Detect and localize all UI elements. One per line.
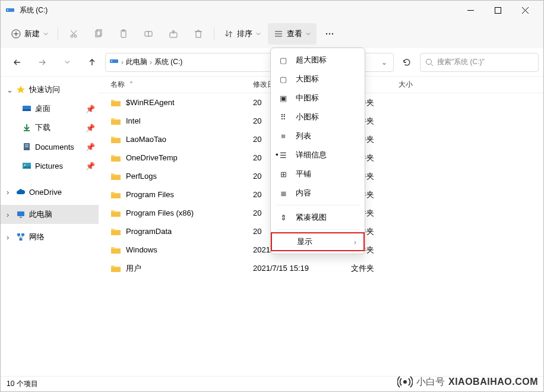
desktop-icon	[22, 104, 31, 113]
folder-icon	[110, 264, 121, 273]
window-title: 系统 (C:)	[20, 5, 457, 15]
grid-icon: ▢	[278, 56, 289, 65]
sidebar-downloads[interactable]: 下载 📌	[1, 118, 99, 137]
refresh-button[interactable]	[395, 53, 419, 72]
minimize-button[interactable]	[457, 1, 484, 19]
breadcrumb-drive[interactable]: 系统 (C:)	[154, 57, 182, 67]
sidebar-pictures[interactable]: Pictures 📌	[1, 156, 99, 175]
dropdown-compact[interactable]: ⇕紧凑视图	[271, 208, 365, 227]
sidebar-label: 下载	[35, 122, 50, 133]
pin-icon: 📌	[86, 124, 95, 132]
svg-point-30	[111, 61, 112, 62]
details-icon: ☰	[278, 151, 289, 160]
separator	[214, 27, 214, 40]
dropdown-content[interactable]: ≣内容	[271, 184, 365, 203]
download-icon	[22, 123, 31, 132]
folder-icon	[110, 154, 121, 162]
chevron-right-icon: ›	[7, 188, 12, 197]
cut-button[interactable]	[62, 23, 86, 45]
svg-rect-20	[196, 31, 201, 37]
list-icon: ≡	[278, 132, 289, 141]
view-dropdown: ▢超大图标 ▢大图标 ▣中图标 ⠿小图标 ≡列表 •☰详细信息 ⊞平铺 ≣内容 …	[270, 48, 365, 254]
toolbar: 新建 排序 查看	[1, 20, 543, 48]
dropdown-tiles[interactable]: ⊞平铺	[271, 165, 365, 184]
grid-icon: ▢	[278, 75, 289, 84]
sidebar-desktop[interactable]: 桌面 📌	[1, 99, 99, 118]
back-button[interactable]	[5, 52, 29, 73]
rename-button[interactable]	[137, 23, 160, 45]
sidebar-label: OneDrive	[29, 188, 62, 197]
dropdown-medium[interactable]: ▣中图标	[271, 88, 365, 108]
more-button[interactable]	[318, 23, 341, 45]
picture-icon	[22, 161, 31, 170]
compact-icon: ⇕	[278, 213, 289, 222]
folder-icon	[110, 172, 121, 181]
sort-asc-icon: ˄	[129, 81, 133, 89]
titlebar: 系统 (C:)	[1, 1, 543, 20]
tiles-icon: ⊞	[278, 170, 289, 179]
chevron-right-icon: ›	[150, 58, 152, 67]
sidebar-network[interactable]: › 网络	[1, 227, 99, 246]
new-button[interactable]: 新建	[5, 23, 54, 45]
svg-point-1	[7, 10, 8, 11]
svg-rect-41	[17, 211, 24, 216]
breadcrumb-thispc[interactable]: 此电脑	[126, 57, 147, 67]
sidebar-quick-access[interactable]: ⌄ 快速访问	[1, 80, 99, 99]
table-row[interactable]: 用户 2021/7/15 15:19 文件夹	[99, 259, 543, 277]
svg-rect-43	[17, 233, 20, 236]
document-icon	[22, 142, 31, 151]
col-size[interactable]: 大小	[398, 80, 434, 90]
sidebar-documents[interactable]: Documents 📌	[1, 137, 99, 156]
dropdown-show[interactable]: 显示›	[271, 232, 365, 251]
chevron-right-icon: ›	[7, 210, 12, 219]
close-button[interactable]	[511, 1, 539, 19]
dropdown-small[interactable]: ⠿小图标	[271, 108, 365, 127]
delete-button[interactable]	[186, 23, 210, 45]
star-icon	[16, 85, 26, 94]
sidebar-label: 此电脑	[29, 209, 52, 220]
sidebar-label: Documents	[35, 143, 74, 151]
pin-icon: 📌	[86, 143, 95, 151]
chevron-right-icon: ›	[7, 233, 12, 242]
svg-point-31	[426, 59, 432, 64]
svg-rect-44	[21, 233, 24, 236]
share-button[interactable]	[162, 23, 185, 45]
content-icon: ≣	[278, 189, 289, 198]
folder-icon	[110, 117, 121, 125]
dropdown-xl-large[interactable]: ▢超大图标	[271, 50, 365, 69]
folder-icon	[110, 227, 121, 236]
sidebar-onedrive[interactable]: › OneDrive	[1, 182, 99, 201]
search-input[interactable]: 搜索"系统 (C:)"	[420, 53, 539, 72]
svg-point-46	[403, 380, 407, 384]
new-label: 新建	[24, 29, 40, 39]
svg-rect-42	[20, 217, 22, 218]
paste-button[interactable]	[112, 23, 135, 45]
network-icon	[16, 232, 26, 242]
col-name[interactable]: 名称	[110, 80, 125, 90]
copy-button[interactable]	[87, 23, 110, 45]
sidebar-label: 桌面	[35, 103, 50, 114]
svg-rect-34	[23, 109, 31, 111]
monitor-icon	[16, 210, 26, 219]
chevron-down-icon[interactable]: ⌄	[381, 58, 390, 67]
view-button[interactable]: 查看	[268, 23, 317, 45]
folder-icon	[110, 246, 121, 254]
dropdown-large[interactable]: ▢大图标	[271, 69, 365, 88]
folder-icon	[110, 99, 121, 107]
svg-rect-3	[495, 7, 501, 13]
svg-point-26	[326, 33, 327, 34]
dropdown-details[interactable]: •☰详细信息	[271, 146, 365, 165]
recent-button[interactable]	[55, 52, 79, 73]
search-icon	[425, 58, 434, 67]
maximize-button[interactable]	[484, 1, 511, 19]
dropdown-list[interactable]: ≡列表	[271, 127, 365, 146]
up-button[interactable]	[80, 52, 104, 73]
sort-button[interactable]: 排序	[218, 23, 267, 45]
chevron-right-icon: ›	[121, 58, 124, 67]
folder-icon	[110, 135, 121, 144]
sidebar-thispc[interactable]: › 此电脑	[1, 205, 99, 224]
forward-button[interactable]	[30, 52, 54, 73]
sidebar: ⌄ 快速访问 桌面 📌 下载 📌 Documents 📌 Pic	[1, 77, 99, 376]
grid-icon: ⠿	[278, 113, 289, 122]
svg-point-27	[329, 33, 330, 34]
